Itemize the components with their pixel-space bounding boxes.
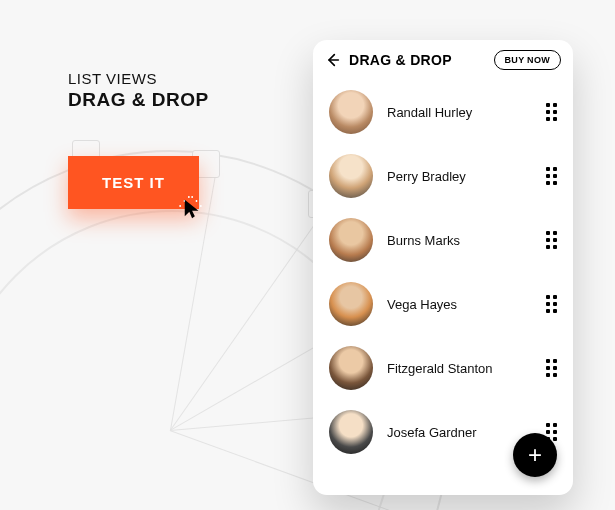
avatar <box>329 410 373 454</box>
list-item-name: Randall Hurley <box>387 105 532 120</box>
list-item-name: Fitzgerald Stanton <box>387 361 532 376</box>
drag-handle-icon[interactable] <box>546 359 557 377</box>
list-item-name: Perry Bradley <box>387 169 532 184</box>
heading-title: DRAG & DROP <box>68 89 209 111</box>
avatar <box>329 218 373 262</box>
avatar <box>329 282 373 326</box>
list-item[interactable]: Burns Marks <box>313 208 573 272</box>
list-item[interactable]: Perry Bradley <box>313 144 573 208</box>
drag-handle-icon[interactable] <box>546 295 557 313</box>
avatar <box>329 346 373 390</box>
phone-mockup: DRAG & DROP BUY NOW Randall Hurley Perry… <box>313 40 573 495</box>
heading-block: LIST VIEWS DRAG & DROP <box>68 70 209 111</box>
drag-handle-icon[interactable] <box>546 103 557 121</box>
app-bar: DRAG & DROP BUY NOW <box>313 40 573 76</box>
avatar <box>329 154 373 198</box>
drag-handle-icon[interactable] <box>546 231 557 249</box>
screen-title: DRAG & DROP <box>349 52 486 68</box>
avatar <box>329 90 373 134</box>
list-item-name: Josefa Gardner <box>387 425 532 440</box>
back-icon[interactable] <box>325 52 341 68</box>
buy-now-button[interactable]: BUY NOW <box>494 50 561 70</box>
list-item[interactable]: Vega Hayes <box>313 272 573 336</box>
drag-handle-icon[interactable] <box>546 167 557 185</box>
heading-subtitle: LIST VIEWS <box>68 70 209 87</box>
test-it-button[interactable]: TEST IT <box>68 156 199 209</box>
list-item[interactable]: Randall Hurley <box>313 80 573 144</box>
list-item-name: Burns Marks <box>387 233 532 248</box>
drag-drop-list: Randall Hurley Perry Bradley Burns Marks… <box>313 76 573 468</box>
list-item[interactable]: Fitzgerald Stanton <box>313 336 573 400</box>
add-button[interactable]: + <box>513 433 557 477</box>
list-item-name: Vega Hayes <box>387 297 532 312</box>
